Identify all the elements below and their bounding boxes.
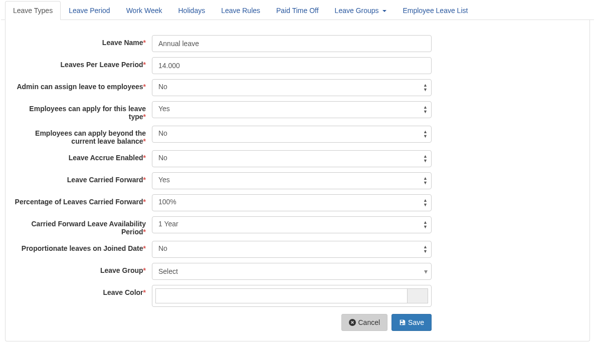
label-admin-assign: Admin can assign leave to employees*: [12, 79, 152, 91]
tab-leave-period[interactable]: Leave Period: [61, 1, 118, 20]
color-swatch[interactable]: [407, 288, 428, 303]
label-apply-beyond: Employees can apply beyond the current l…: [12, 126, 152, 145]
label-employees-apply: Employees can apply for this leave type*: [12, 101, 152, 121]
select-carried-forward[interactable]: Yes: [152, 172, 432, 189]
label-proportionate: Proportionate leaves on Joined Date*: [12, 241, 152, 252]
label-accrue-enabled: Leave Accrue Enabled*: [12, 150, 152, 162]
tabs-nav: Leave Types Leave Period Work Week Holid…: [1, 1, 594, 20]
cancel-button[interactable]: Cancel: [341, 314, 387, 331]
tab-leave-types[interactable]: Leave Types: [5, 1, 61, 20]
select-proportionate[interactable]: No: [152, 241, 432, 258]
select-cf-availability[interactable]: 1 Year: [152, 216, 432, 233]
save-icon: [399, 319, 406, 326]
select-accrue-enabled[interactable]: No: [152, 150, 432, 167]
label-leave-group: Leave Group*: [12, 263, 152, 274]
label-carried-forward: Leave Carried Forward*: [12, 172, 152, 184]
tab-paid-time-off[interactable]: Paid Time Off: [268, 1, 327, 20]
form-panel: Leave Name* Leaves Per Leave Period* Adm…: [5, 20, 590, 341]
select-leave-group-value: Select: [158, 267, 178, 275]
cancel-icon: [349, 319, 356, 326]
tab-leave-groups[interactable]: Leave Groups: [327, 1, 395, 20]
tab-work-week[interactable]: Work Week: [118, 1, 170, 20]
input-leave-name[interactable]: [152, 35, 432, 52]
select-pct-carried[interactable]: 100%: [152, 194, 432, 211]
select-employees-apply[interactable]: Yes: [152, 101, 432, 118]
select-admin-assign[interactable]: No: [152, 79, 432, 96]
chevron-down-icon: ▾: [420, 267, 431, 275]
input-leave-color[interactable]: [155, 288, 407, 303]
select-leave-group[interactable]: Select ▾: [152, 263, 432, 280]
tab-holidays[interactable]: Holidays: [170, 1, 214, 20]
select-apply-beyond[interactable]: No: [152, 126, 432, 143]
save-button[interactable]: Save: [391, 314, 432, 331]
label-leaves-per-period: Leaves Per Leave Period*: [12, 57, 152, 69]
tab-leave-rules[interactable]: Leave Rules: [213, 1, 268, 20]
tab-employee-leave-list[interactable]: Employee Leave List: [394, 1, 476, 20]
chevron-down-icon: [382, 10, 386, 12]
label-leave-name: Leave Name*: [12, 35, 152, 47]
input-leaves-per-period[interactable]: [152, 57, 432, 74]
label-pct-carried: Percentage of Leaves Carried Forward*: [12, 194, 152, 206]
label-cf-availability: Carried Forward Leave Availability Perio…: [12, 216, 152, 236]
label-leave-color: Leave Color*: [12, 285, 152, 296]
